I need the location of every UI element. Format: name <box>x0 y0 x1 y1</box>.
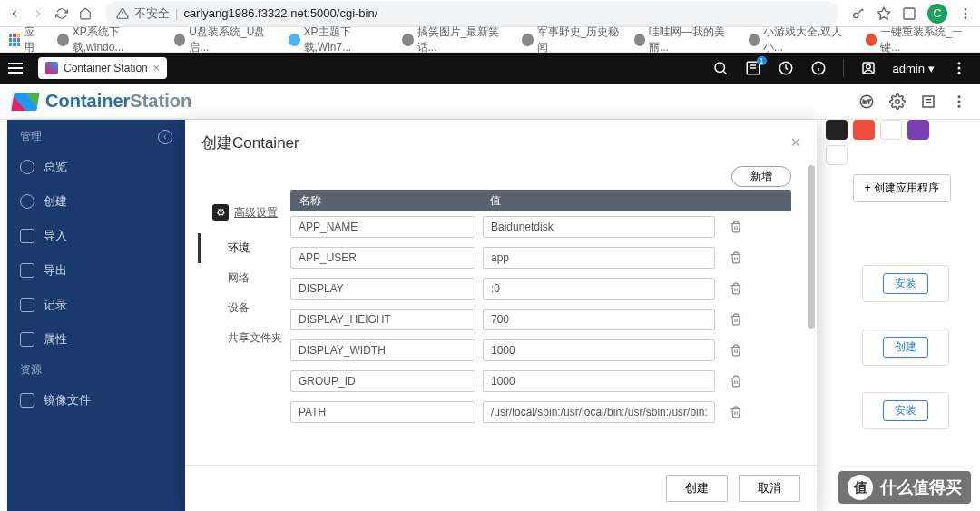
env-value-input[interactable] <box>483 401 715 423</box>
security-label: 不安全 <box>134 5 170 22</box>
search-icon[interactable] <box>712 60 729 76</box>
tasks-icon[interactable]: 1 <box>745 60 761 76</box>
trash-icon[interactable] <box>730 406 742 418</box>
profile-avatar[interactable]: C <box>927 4 947 24</box>
env-name-input[interactable] <box>290 216 475 238</box>
sidebar-item-export[interactable]: 导出 <box>7 253 185 288</box>
sidebar-item-overview[interactable]: 总览 <box>7 150 185 184</box>
env-name-input[interactable] <box>290 339 475 361</box>
env-value-input[interactable] <box>483 339 715 361</box>
modal-tab-environment[interactable]: 环境 <box>198 233 285 263</box>
env-row <box>290 397 791 427</box>
sidebar-item-images[interactable]: 镜像文件 <box>7 383 185 418</box>
sidebar-item-import[interactable]: 导入 <box>7 219 185 253</box>
svg-point-9 <box>965 17 965 18</box>
env-value-input[interactable] <box>483 309 715 330</box>
bookmark-item[interactable]: 军事野史_历史秘闻 <box>522 25 619 55</box>
env-name-input[interactable] <box>290 401 475 423</box>
install-button[interactable]: 安装 <box>883 400 928 421</box>
close-icon[interactable]: × <box>790 133 800 152</box>
trash-icon[interactable] <box>730 375 742 388</box>
kebab-icon[interactable] <box>951 93 967 110</box>
back-button[interactable] <box>7 6 22 21</box>
svg-rect-6 <box>904 8 915 19</box>
create-button[interactable]: 创建 <box>666 475 728 502</box>
trash-icon[interactable] <box>730 221 742 233</box>
close-tab-icon[interactable]: × <box>153 62 160 74</box>
bookmark-item[interactable]: U盘装系统_U盘启... <box>174 25 274 55</box>
modal-scrollbar[interactable] <box>806 162 817 465</box>
menu-icon[interactable] <box>958 6 973 21</box>
more-icon[interactable] <box>951 60 967 76</box>
collapse-icon[interactable]: ‹ <box>158 130 172 144</box>
tab-title: Container Station <box>64 62 148 74</box>
trash-icon[interactable] <box>730 313 742 326</box>
env-value-input[interactable] <box>483 278 715 300</box>
install-button[interactable]: 安装 <box>883 273 928 294</box>
bookmark-item[interactable]: 哇哇网—我的美丽... <box>634 25 734 55</box>
url-text: carlyang1986.f3322.net:5000/cgi-bin/ <box>183 6 377 20</box>
info-icon[interactable] <box>810 60 827 76</box>
star-icon[interactable] <box>877 6 891 21</box>
env-name-input[interactable] <box>290 278 475 300</box>
create-button[interactable]: 创建 <box>883 337 928 358</box>
key-icon[interactable] <box>851 6 866 21</box>
dashboard-icon[interactable] <box>778 60 794 76</box>
svg-line-11 <box>723 71 726 74</box>
sidebar-item-preferences[interactable]: 属性 <box>7 322 185 357</box>
svg-point-20 <box>866 64 870 69</box>
env-value-input[interactable] <box>483 216 715 238</box>
forward-button[interactable] <box>31 6 45 21</box>
window-tab[interactable]: Container Station × <box>38 57 167 79</box>
bookmark-item[interactable]: XP主题下载,Win7... <box>289 25 387 55</box>
trash-icon[interactable] <box>730 282 742 295</box>
app-header: ContainerStation IoT <box>0 84 980 120</box>
sidebar-item-create[interactable]: 创建 <box>7 184 185 219</box>
env-row <box>290 366 791 397</box>
sidebar-item-logs[interactable]: 记录 <box>7 288 185 322</box>
extension-icon[interactable] <box>902 6 916 21</box>
reload-button[interactable] <box>54 6 69 21</box>
column-name: 名称 <box>290 193 483 209</box>
user-icon[interactable] <box>860 60 877 76</box>
env-value-input[interactable] <box>483 370 715 392</box>
gmail-icon <box>853 120 875 140</box>
bookmark-item[interactable]: 搞笑图片_最新笑话... <box>402 25 507 55</box>
modal-tab-network[interactable]: 网络 <box>198 263 285 293</box>
svg-point-8 <box>965 13 965 14</box>
log-icon[interactable] <box>920 93 936 110</box>
svg-text:IoT: IoT <box>863 99 871 104</box>
sidebar-section-resources: 资源 <box>7 357 185 383</box>
create-application-button[interactable]: + 创建应用程序 <box>853 174 951 202</box>
env-row <box>290 211 791 242</box>
modal-tab-device[interactable]: 设备 <box>198 293 285 323</box>
gear-icon[interactable] <box>889 93 906 110</box>
bookmarks-bar: 应用 XP系统下载,windo... U盘装系统_U盘启... XP主题下载,W… <box>0 27 980 53</box>
svg-point-7 <box>965 8 965 9</box>
env-value-input[interactable] <box>483 247 715 269</box>
hamburger-menu[interactable] <box>0 53 31 84</box>
svg-point-30 <box>958 100 961 103</box>
bookmark-item[interactable]: 小游戏大全,双人小... <box>749 25 851 55</box>
app-tile-icon <box>826 120 848 140</box>
bookmark-item[interactable]: XP系统下载,windo... <box>57 25 160 55</box>
env-name-input[interactable] <box>290 247 475 269</box>
trash-icon[interactable] <box>730 344 742 357</box>
svg-point-21 <box>958 62 961 64</box>
watermark-icon: 值 <box>848 475 873 500</box>
environment-table: 名称 值 <box>290 190 791 427</box>
env-name-input[interactable] <box>290 370 475 392</box>
svg-point-2 <box>854 13 858 17</box>
address-bar[interactable]: 不安全 | carlyang1986.f3322.net:5000/cgi-bi… <box>105 1 838 26</box>
cancel-button[interactable]: 取消 <box>739 475 800 502</box>
modal-tab-shared-folder[interactable]: 共享文件夹 <box>198 323 285 353</box>
iot-icon[interactable]: IoT <box>858 93 875 110</box>
home-button[interactable] <box>78 6 93 21</box>
trash-icon[interactable] <box>730 251 742 264</box>
add-button[interactable]: 新增 <box>731 166 791 187</box>
env-name-input[interactable] <box>290 309 475 330</box>
advanced-settings-header[interactable]: ⚙ 高级设置 <box>212 204 285 221</box>
user-menu[interactable]: admin ▾ <box>893 62 935 75</box>
apps-button[interactable]: 应用 <box>9 25 43 55</box>
bookmark-item[interactable]: 一键重装系统_一键... <box>866 25 971 55</box>
